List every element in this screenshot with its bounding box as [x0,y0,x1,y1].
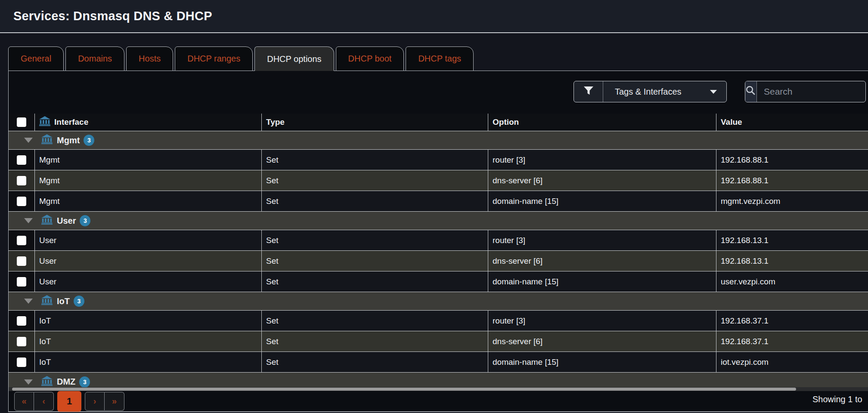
last-page-button[interactable]: » [105,392,124,411]
cell-interface: User [35,230,262,250]
tab-dhcp-tags[interactable]: DHCP tags [406,46,474,71]
cell-type: Set [262,311,488,331]
collapse-arrow-icon[interactable] [24,379,33,385]
dhcp-options-table: Interface Type Option Value [9,114,868,387]
table-row: Mgmt Set dns-server [6] 192.168.88.1 [9,170,868,191]
row-checkbox[interactable] [17,358,26,367]
current-page-button[interactable]: 1 [57,391,81,412]
next-page-button[interactable]: › [85,392,105,411]
tab-label: DHCP tags [418,54,461,64]
row-checkbox-cell [9,191,35,211]
column-header-interface[interactable]: Interface [35,114,262,131]
row-checkbox[interactable] [17,236,26,245]
pagination-bar: « ‹ 1 › » [9,391,868,411]
bank-icon [41,134,53,146]
cell-type: Set [262,251,488,271]
tab-label: Domains [78,54,112,64]
bank-icon [41,376,53,388]
tab-domains[interactable]: Domains [65,46,124,71]
prev-page-button[interactable]: ‹ [34,392,54,411]
column-header-option[interactable]: Option [488,114,716,131]
interface-group-row: User 3 [9,212,868,230]
table-row: User Set domain-name [15] user.vezpi.com [9,271,868,292]
cell-option: dns-server [6] [488,331,716,351]
group-count-badge: 3 [80,215,90,226]
filter-dropdown[interactable]: Tags & Interfaces [574,81,727,102]
cell-type: Set [262,331,488,351]
page-header: Services: Dnsmasq DNS & DHCP [0,0,868,33]
tab-label: General [21,54,51,64]
bank-icon [41,295,53,307]
showing-status: Showing 1 to [812,395,862,404]
funnel-icon [583,86,594,97]
tab-bar: General Domains Hosts DHCP ranges DHCP o… [8,46,474,71]
tab-label: Hosts [139,54,161,64]
cell-option: dns-server [6] [488,170,716,191]
cell-value: user.vezpi.com [716,271,868,292]
row-checkbox-cell [9,251,35,271]
cell-option: router [3] [488,150,716,170]
table-row: User Set dns-server [6] 192.168.13.1 [9,251,868,271]
row-checkbox-cell [9,170,35,191]
cell-option: router [3] [488,311,716,331]
tab-label: DHCP ranges [187,54,240,64]
table-row: IoT Set dns-server [6] 192.168.37.1 [9,331,868,352]
tab-dhcp-boot[interactable]: DHCP boot [336,46,404,71]
cell-interface: IoT [35,311,262,331]
filter-button[interactable] [574,81,603,102]
table-row: IoT Set router [3] 192.168.37.1 [9,311,868,331]
row-checkbox[interactable] [17,155,26,165]
row-checkbox[interactable] [17,197,26,206]
table-row: User Set router [3] 192.168.13.1 [9,230,868,251]
row-checkbox[interactable] [17,256,26,266]
search-box [745,81,866,102]
group-count-badge: 3 [84,135,94,146]
row-checkbox-cell [9,311,35,331]
row-checkbox-cell [9,230,35,250]
row-checkbox[interactable] [17,337,26,346]
bank-icon [39,116,50,128]
group-count-badge: 3 [79,376,90,388]
group-count-badge: 3 [74,296,84,307]
row-checkbox[interactable] [17,176,26,185]
group-name: DMZ [57,377,75,387]
row-checkbox-cell [9,331,35,351]
first-page-button[interactable]: « [14,392,34,411]
group-name: Mgmt [57,136,80,145]
select-all-checkbox[interactable] [17,117,26,127]
search-input[interactable] [757,81,866,102]
table-row: Mgmt Set router [3] 192.168.88.1 [9,150,868,170]
cell-value: iot.vezpi.com [716,352,868,372]
horizontal-scrollbar-thumb[interactable] [12,388,796,391]
search-icon [745,85,756,98]
column-header-type[interactable]: Type [262,114,488,131]
row-checkbox-cell [9,352,35,372]
collapse-arrow-icon[interactable] [24,299,33,304]
collapse-arrow-icon[interactable] [24,138,33,143]
interface-group-row: Mgmt 3 [9,131,868,150]
row-checkbox[interactable] [17,316,26,326]
collapse-arrow-icon[interactable] [24,218,33,223]
cell-type: Set [262,170,488,191]
tab-dhcp-ranges[interactable]: DHCP ranges [175,46,253,71]
tab-hosts[interactable]: Hosts [126,46,173,71]
cell-interface: Mgmt [35,170,262,191]
column-header-value[interactable]: Value [716,114,868,131]
cell-value: 192.168.13.1 [716,251,868,271]
group-name: IoT [57,296,70,306]
tab-dhcp-options[interactable]: DHCP options [254,46,334,71]
interface-group-row: DMZ 3 [9,373,868,387]
cell-value: 192.168.13.1 [716,230,868,250]
cell-value: 192.168.37.1 [716,311,868,331]
row-checkbox[interactable] [17,277,26,287]
interface-group-row: IoT 3 [9,292,868,311]
cell-interface: IoT [35,331,262,351]
pagination: « ‹ 1 › » [14,391,124,412]
cell-option: router [3] [488,230,716,250]
tab-general[interactable]: General [8,46,64,71]
tab-label: DHCP boot [348,54,392,64]
cell-type: Set [262,230,488,250]
search-button[interactable] [745,81,757,102]
table-body: Mgmt 3 Mgmt Set router [3] 192.168.88.1 … [9,131,868,387]
cell-option: domain-name [15] [488,352,716,372]
